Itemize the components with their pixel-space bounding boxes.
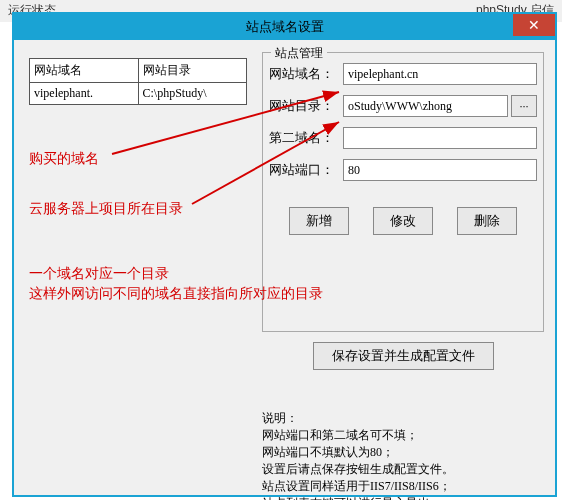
col-domain: 网站域名 xyxy=(30,59,139,83)
domain-table[interactable]: 网站域名 网站目录 vipelephant. C:\phpStudy\ xyxy=(29,58,247,105)
help-line: 站点列表右键可以进行导入导出。 xyxy=(262,495,454,500)
dialog: 站点域名设置 ✕ 网站域名 网站目录 vipelephant. C:\phpSt… xyxy=(12,12,557,497)
port-input[interactable] xyxy=(343,159,537,181)
annotation-dir: 云服务器上项目所在目录 xyxy=(29,200,183,218)
panel-legend: 站点管理 xyxy=(271,45,327,62)
table-row[interactable]: vipelephant. C:\phpStudy\ xyxy=(30,83,247,105)
table-header-row: 网站域名 网站目录 xyxy=(30,59,247,83)
annotation-mapping2: 这样外网访问不同的域名直接指向所对应的目录 xyxy=(29,285,323,303)
dir-input[interactable] xyxy=(343,95,508,117)
help-text: 说明： 网站端口和第二域名可不填； 网站端口不填默认为80； 设置后请点保存按钮… xyxy=(262,410,454,500)
cell-domain: vipelephant. xyxy=(30,83,139,105)
port-label: 网站端口： xyxy=(269,161,343,179)
close-icon: ✕ xyxy=(528,17,540,33)
titlebar: 站点域名设置 ✕ xyxy=(14,14,555,40)
browse-button[interactable]: ··· xyxy=(511,95,537,117)
help-line: 网站端口不填默认为80； xyxy=(262,444,454,461)
help-line: 站点设置同样适用于IIS7/IIS8/IIS6； xyxy=(262,478,454,495)
close-button[interactable]: ✕ xyxy=(513,14,555,36)
second-domain-input[interactable] xyxy=(343,127,537,149)
dir-label: 网站目录： xyxy=(269,97,343,115)
edit-button[interactable]: 修改 xyxy=(373,207,433,235)
help-line: 网站端口和第二域名可不填； xyxy=(262,427,454,444)
add-button[interactable]: 新增 xyxy=(289,207,349,235)
col-dir: 网站目录 xyxy=(138,59,247,83)
save-button[interactable]: 保存设置并生成配置文件 xyxy=(313,342,494,370)
domain-label: 网站域名： xyxy=(269,65,343,83)
help-line: 说明： xyxy=(262,410,454,427)
help-line: 设置后请点保存按钮生成配置文件。 xyxy=(262,461,454,478)
cell-dir: C:\phpStudy\ xyxy=(138,83,247,105)
second-domain-label: 第二域名： xyxy=(269,129,343,147)
annotation-mapping1: 一个域名对应一个目录 xyxy=(29,265,169,283)
domain-input[interactable] xyxy=(343,63,537,85)
delete-button[interactable]: 删除 xyxy=(457,207,517,235)
annotation-domain: 购买的域名 xyxy=(29,150,99,168)
dialog-title: 站点域名设置 xyxy=(246,18,324,36)
